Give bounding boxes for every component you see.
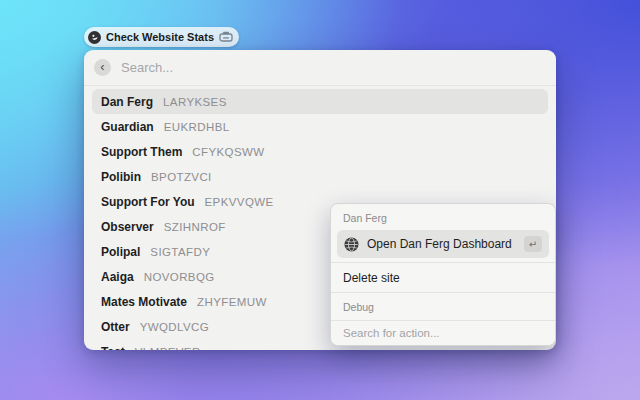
globe-icon [344,237,359,252]
site-code: VLMPEVER [135,346,201,351]
site-name: Guardian [101,120,154,134]
menu-item-delete-site[interactable]: Delete site [331,263,555,292]
site-code: SZIHNROF [164,221,226,233]
site-row-support-them[interactable]: Support Them CFYKQSWW [92,139,548,164]
site-name: Polibin [101,170,141,184]
printer-icon [219,31,233,43]
site-name: Tact [101,345,125,351]
site-code: BPOTZVCI [151,171,212,183]
site-code: LARYKSES [163,96,227,108]
site-name: Dan Ferg [101,95,153,109]
site-name: Mates Motivate [101,295,187,309]
site-name: Support For You [101,195,195,209]
action-search-input[interactable] [343,327,543,339]
site-code: YWQDLVCG [140,321,209,333]
site-row-polibin[interactable]: Polibin BPOTZVCI [92,164,548,189]
menu-section-title: Dan Ferg [331,204,555,228]
site-name: Observer [101,220,154,234]
site-name: Polipal [101,245,140,259]
menu-item-open-dashboard[interactable]: Open Dan Ferg Dashboard ↵ [337,230,549,258]
site-favicon-icon [88,31,101,44]
actions-menu: Dan Ferg Open Dan Ferg Dashboard ↵ Delet… [330,203,556,346]
command-pill[interactable]: Check Website Stats [84,27,239,47]
action-search-bar [331,320,555,345]
site-name: Otter [101,320,130,334]
return-key-icon: ↵ [524,236,542,252]
chevron-left-icon: ‹ [100,60,104,73]
site-code: CFYKQSWW [192,146,264,158]
site-code: NOVORBQG [144,271,215,283]
site-row-dan-ferg[interactable]: Dan Ferg LARYKSES [92,89,548,114]
menu-section-debug: Debug [331,293,555,317]
command-pill-label: Check Website Stats [106,31,214,43]
site-code: EUKRDHBL [164,121,230,133]
site-name: Aaiga [101,270,134,284]
site-code: SIGTAFDY [150,246,210,258]
site-code: ZHYFEMUW [197,296,267,308]
site-name: Support Them [101,145,182,159]
menu-item-label: Delete site [343,271,543,285]
search-input[interactable] [121,60,544,75]
search-bar: ‹ [84,50,556,86]
menu-item-label: Open Dan Ferg Dashboard [367,237,516,251]
site-code: EPKVVQWE [205,196,274,208]
back-button[interactable]: ‹ [94,59,111,76]
site-row-guardian[interactable]: Guardian EUKRDHBL [92,114,548,139]
